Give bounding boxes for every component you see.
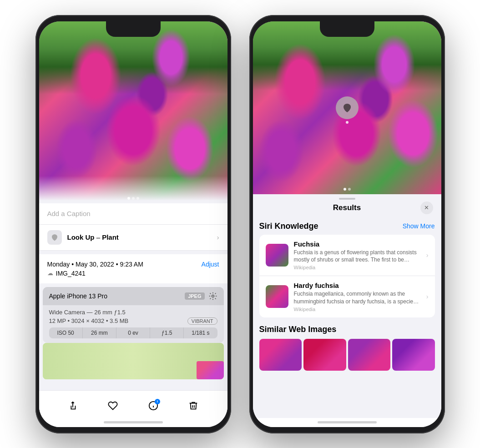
sheet-handle: [253, 194, 441, 200]
fuchsia-desc: Fuchsia is a genus of flowering plants t…: [294, 249, 421, 264]
metadata-section: Monday • May 30, 2022 • 9:23 AM Adjust ☁…: [39, 254, 227, 283]
left-phone-screen: Add a Caption Look Up – Plant ›: [39, 21, 227, 427]
siri-knowledge-header: Siri Knowledge Show More: [259, 216, 435, 235]
exif-shutter: 1/181 s: [184, 327, 217, 338]
visual-search-leaf-icon: [342, 102, 353, 113]
adjust-button[interactable]: Adjust: [202, 261, 219, 268]
notch-right: [320, 21, 374, 37]
fuchsia-source: Wikipedia: [294, 265, 421, 270]
hardy-source: Wikipedia: [294, 307, 421, 312]
knowledge-item-hardy[interactable]: Hardy fuchsia Fuchsia magellanica, commo…: [259, 276, 435, 317]
caption-placeholder[interactable]: Add a Caption: [47, 210, 91, 217]
home-indicator-right: [253, 418, 441, 427]
similar-img-3[interactable]: [348, 339, 391, 371]
camera-details: Wide Camera — 26 mm ƒ1.5 12 MP • 3024 × …: [43, 305, 224, 343]
fuchsia-name: Fuchsia: [294, 240, 421, 248]
similar-img-1[interactable]: [259, 339, 302, 371]
info-button[interactable]: i: [146, 398, 161, 413]
page-dots-right: [344, 188, 351, 191]
svg-point-0: [212, 295, 214, 297]
home-bar: [104, 421, 163, 423]
close-icon: ✕: [424, 204, 429, 211]
right-phone-screen: Results ✕ Siri Knowledge Show More Fuc: [253, 21, 441, 427]
delete-icon: [188, 401, 198, 411]
share-button[interactable]: [65, 398, 81, 413]
hardy-chevron: ›: [426, 293, 429, 300]
photo-filename: IMG_4241: [56, 270, 86, 277]
fuchsia-chevron: ›: [426, 252, 429, 259]
knowledge-item-fuchsia[interactable]: Fuchsia Fuchsia is a genus of flowering …: [259, 235, 435, 276]
camera-exif: ISO 50 26 mm 0 ev ƒ1.5 1/181 s: [49, 327, 217, 338]
divider-2: [39, 250, 227, 251]
camera-wide: Wide Camera — 26 mm ƒ1.5: [49, 309, 217, 316]
info-icon-wrapper: i: [148, 401, 158, 411]
show-more-button[interactable]: Show More: [403, 222, 435, 230]
lookup-row[interactable]: Look Up – Plant ›: [39, 225, 227, 250]
info-section: Add a Caption Look Up – Plant ›: [39, 203, 227, 427]
flower-photo-right[interactable]: [253, 21, 441, 194]
results-sheet: Results ✕ Siri Knowledge Show More Fuc: [253, 194, 441, 427]
visual-search-dot: [346, 121, 349, 124]
similar-img-2[interactable]: [303, 339, 346, 371]
cloud-icon: ☁: [47, 270, 53, 277]
fuchsia-text: Fuchsia Fuchsia is a genus of flowering …: [294, 240, 421, 271]
close-button[interactable]: ✕: [420, 201, 433, 214]
format-badge: JPEG: [185, 292, 204, 300]
sheet-header: Results ✕: [253, 200, 441, 216]
location-icon: [208, 292, 217, 301]
page-dots: [127, 197, 139, 200]
results-content: Siri Knowledge Show More Fuchsia Fuchsia…: [253, 216, 441, 418]
camera-header: Apple iPhone 13 Pro JPEG: [43, 287, 224, 305]
photo-date: Monday • May 30, 2022 • 9:23 AM: [47, 261, 143, 268]
share-icon: [68, 401, 78, 411]
page-dot-r1: [344, 188, 346, 191]
similar-img-4[interactable]: [392, 339, 435, 371]
exif-mm: 26 mm: [83, 327, 116, 338]
home-bar-right: [318, 421, 377, 423]
visual-search-button[interactable]: [336, 96, 359, 119]
caption-area[interactable]: Add a Caption: [39, 203, 227, 224]
similar-title: Similar Web Images: [259, 325, 435, 334]
home-indicator-left: [39, 418, 227, 427]
vibrant-badge: VIBRANT: [187, 317, 217, 325]
page-dot-r2: [348, 188, 351, 191]
map-thumbnail[interactable]: [43, 343, 224, 379]
camera-badges: JPEG: [185, 292, 217, 301]
right-phone: Results ✕ Siri Knowledge Show More Fuc: [249, 15, 445, 433]
flower-photo-left[interactable]: [39, 21, 227, 203]
info-badge: i: [155, 399, 160, 404]
heart-icon: [108, 401, 118, 411]
similar-images: [259, 339, 435, 371]
favorite-button[interactable]: [105, 398, 121, 413]
fuchsia-thumbnail: [266, 244, 288, 267]
visual-lookup-icon: [47, 230, 62, 245]
toolbar: i: [39, 390, 227, 418]
similar-section: Similar Web Images: [259, 319, 435, 371]
camera-mp: 12 MP • 3024 × 4032 • 3.5 MB: [49, 317, 129, 324]
exif-iso: ISO 50: [49, 327, 83, 338]
page-dot-2: [132, 197, 135, 200]
exif-ev: 0 ev: [116, 327, 150, 338]
camera-model: Apple iPhone 13 Pro: [49, 292, 107, 300]
hardy-name: Hardy fuchsia: [294, 282, 421, 289]
delete-button[interactable]: [186, 398, 201, 413]
hardy-desc: Fuchsia magellanica, commonly known as t…: [294, 290, 421, 306]
knowledge-card: Fuchsia Fuchsia is a genus of flowering …: [259, 235, 435, 317]
hardy-thumbnail: [266, 285, 288, 308]
results-title: Results: [333, 203, 361, 212]
notch: [106, 21, 161, 37]
page-dot-1: [127, 197, 130, 200]
camera-section: Apple iPhone 13 Pro JPEG Wide Camera — 2…: [43, 287, 224, 343]
page-dot-3: [136, 197, 139, 200]
exif-aperture: ƒ1.5: [150, 327, 184, 338]
left-phone: Add a Caption Look Up – Plant ›: [35, 15, 231, 433]
lookup-label: Look Up – Plant: [67, 233, 119, 241]
lookup-chevron: ›: [217, 234, 219, 241]
hardy-text: Hardy fuchsia Fuchsia magellanica, commo…: [294, 282, 421, 312]
siri-knowledge-title: Siri Knowledge: [259, 221, 318, 231]
